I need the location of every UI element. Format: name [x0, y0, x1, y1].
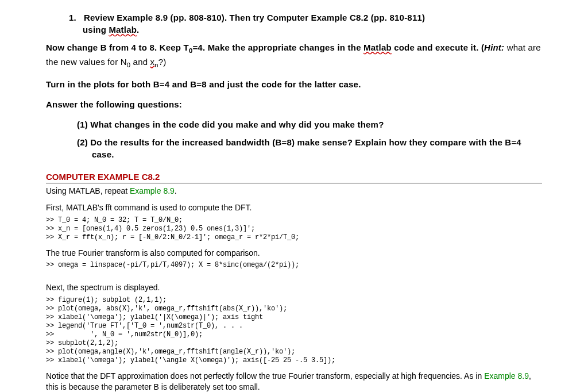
text-fft: First, MATLAB's fft command is used to c… — [46, 202, 542, 214]
matlab-word-1: Matlab — [109, 25, 137, 34]
item1-textB: using — [83, 25, 109, 34]
notice-paragraph: Notice that the DFT approximation does n… — [46, 371, 542, 392]
divider — [46, 183, 542, 183]
paragraph-answer: Answer the following questions: — [46, 98, 542, 110]
example-89-link: Example 8.9 — [130, 186, 175, 195]
paragraph-turnin: Turn in the plots for both B=4 and B=8 a… — [46, 78, 542, 90]
question-1: (1) What changes in the code did you mak… — [77, 118, 542, 130]
matlab-word-2: Matlab — [363, 43, 392, 52]
problem-item-1: 1. Review Example 8.9 (pp. 808-810). The… — [69, 11, 542, 36]
text-true-ft: The true Fourier transform is also compu… — [46, 248, 542, 259]
code-block-1: >> T_0 = 4; N_0 = 32; T = T_0/N_0; >> x_… — [46, 216, 542, 242]
item1-dot: . — [137, 25, 139, 34]
p2-a: Now change B from 4 to 8. Keep T — [46, 43, 189, 52]
notice-a: Notice that the DFT approximation does n… — [46, 371, 484, 381]
p2-hint: Hint: — [484, 43, 504, 52]
p2-c: code and execute it. ( — [392, 43, 484, 52]
item1-num: 1. — [69, 13, 76, 22]
p2-b: =4. Make the appropriate changes in the — [192, 43, 363, 52]
p2-e: and — [130, 57, 150, 67]
paragraph-change-b: Now change B from 4 to 8. Keep T0=4. Mak… — [46, 41, 542, 70]
question-2: (2) Do the results for the increased ban… — [77, 136, 542, 160]
subline-b: . — [175, 186, 177, 195]
subline-a: Using MATLAB, repeat — [46, 186, 130, 195]
item1-textA: Review Example 8.9 (pp. 808-810). Then t… — [84, 13, 425, 22]
code-block-3: >> figure(1); subplot (2,1,1); >> plot(o… — [46, 296, 542, 365]
text-spectrum: Next, the spectrum is displayed. — [46, 282, 542, 294]
p2-f: ?) — [158, 57, 167, 67]
xn-symbol: xn — [150, 57, 158, 67]
example-89-link-2: Example 8.9 — [484, 371, 529, 381]
section-head: COMPUTER EXAMPLE C8.2 — [46, 171, 542, 183]
subline: Using MATLAB, repeat Example 8.9. — [46, 186, 542, 197]
code-block-2: >> omega = linspace(-pi/T,pi/T,4097); X … — [46, 261, 542, 270]
